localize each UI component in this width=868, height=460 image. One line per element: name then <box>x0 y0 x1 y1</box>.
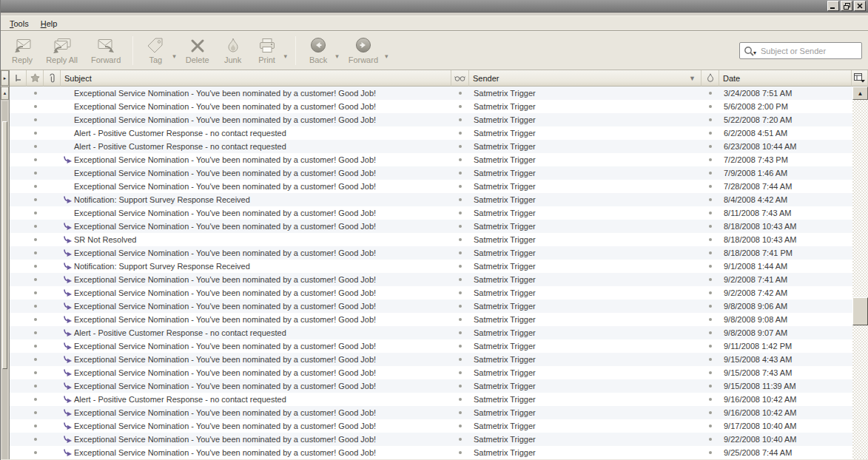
read-cell[interactable] <box>451 353 469 366</box>
sender-column-header[interactable]: Sender ▼ <box>469 70 702 87</box>
unread-cell[interactable] <box>27 379 44 393</box>
junk-cell[interactable] <box>702 166 719 180</box>
message-row[interactable]: Exceptional Service Nomination - You've … <box>10 419 852 433</box>
back-button[interactable]: Back <box>301 33 335 68</box>
unread-cell[interactable] <box>27 153 44 166</box>
subject-cell[interactable]: Exceptional Service Nomination - You've … <box>61 113 451 126</box>
message-row[interactable]: Notification: Support Survey Response Re… <box>10 193 852 206</box>
scrollbar-thumb[interactable] <box>852 297 868 325</box>
subject-cell[interactable]: Exceptional Service Nomination - You've … <box>61 366 451 379</box>
junk-cell[interactable] <box>702 180 719 193</box>
subject-cell[interactable]: Exceptional Service Nomination - You've … <box>61 246 451 260</box>
unread-cell[interactable] <box>27 433 44 446</box>
subject-cell[interactable]: Exceptional Service Nomination - You've … <box>61 286 451 300</box>
read-cell[interactable] <box>451 100 469 113</box>
attachment-column-header[interactable] <box>44 70 61 87</box>
unread-cell[interactable] <box>27 286 44 300</box>
message-row[interactable]: Exceptional Service Nomination - You've … <box>10 446 852 459</box>
unread-cell[interactable] <box>27 406 44 419</box>
message-row[interactable]: Alert - Positive Customer Response - no … <box>10 326 852 339</box>
junk-cell[interactable] <box>702 126 719 140</box>
read-cell[interactable] <box>451 260 469 273</box>
unread-cell[interactable] <box>27 87 44 100</box>
pane-expand-button[interactable]: ▸ <box>1 70 9 86</box>
read-column-header[interactable] <box>451 70 469 87</box>
search-input[interactable]: ▾ Subject or Sender <box>739 42 862 59</box>
read-cell[interactable] <box>451 140 469 153</box>
read-cell[interactable] <box>451 233 469 246</box>
tag-button[interactable]: Tag <box>138 33 172 68</box>
read-cell[interactable] <box>451 180 469 193</box>
minimize-button[interactable] <box>827 1 839 11</box>
message-row[interactable]: Exceptional Service Nomination - You've … <box>10 273 852 286</box>
subject-cell[interactable]: Alert - Positive Customer Response - no … <box>61 140 451 153</box>
message-row[interactable]: Exceptional Service Nomination - You've … <box>10 366 852 379</box>
pane-scrollbar-track[interactable] <box>2 101 7 459</box>
subject-cell[interactable]: Exceptional Service Nomination - You've … <box>61 379 451 393</box>
unread-cell[interactable] <box>27 246 44 260</box>
unread-cell[interactable] <box>27 393 44 406</box>
junk-cell[interactable] <box>702 393 719 406</box>
read-cell[interactable] <box>451 87 469 100</box>
junk-cell[interactable] <box>702 100 719 113</box>
read-cell[interactable] <box>451 406 469 419</box>
unread-cell[interactable] <box>27 273 44 286</box>
subject-cell[interactable]: Exceptional Service Nomination - You've … <box>61 353 451 366</box>
read-cell[interactable] <box>451 220 469 233</box>
message-row[interactable]: Notification: Support Survey Response Re… <box>10 260 852 273</box>
message-row[interactable]: Exceptional Service Nomination - You've … <box>10 153 852 166</box>
message-row[interactable]: Alert - Positive Customer Response - no … <box>10 140 852 153</box>
pane-scrollbar-thumb[interactable] <box>2 121 7 369</box>
read-cell[interactable] <box>451 446 469 459</box>
unread-cell[interactable] <box>27 140 44 153</box>
message-row[interactable]: Exceptional Service Nomination - You've … <box>10 220 852 233</box>
unread-cell[interactable] <box>27 180 44 193</box>
unread-cell[interactable] <box>27 366 44 379</box>
read-cell[interactable] <box>451 246 469 260</box>
unread-cell[interactable] <box>27 300 44 313</box>
close-button[interactable] <box>854 1 866 11</box>
read-cell[interactable] <box>451 313 469 326</box>
subject-cell[interactable]: Exceptional Service Nomination - You've … <box>61 313 451 326</box>
junk-cell[interactable] <box>702 339 719 353</box>
subject-cell[interactable]: Notification: Support Survey Response Re… <box>61 260 451 273</box>
forward-nav-button[interactable]: Forward <box>342 33 385 68</box>
subject-cell[interactable]: Exceptional Service Nomination - You've … <box>61 339 451 353</box>
junk-cell[interactable] <box>702 353 719 366</box>
subject-cell[interactable]: Exceptional Service Nomination - You've … <box>61 153 451 166</box>
message-row[interactable]: Exceptional Service Nomination - You've … <box>10 180 852 193</box>
read-cell[interactable] <box>451 206 469 220</box>
subject-cell[interactable]: Alert - Positive Customer Response - no … <box>61 393 451 406</box>
message-row[interactable]: Exceptional Service Nomination - You've … <box>10 113 852 126</box>
unread-cell[interactable] <box>27 313 44 326</box>
message-row[interactable]: Exceptional Service Nomination - You've … <box>10 206 852 220</box>
junk-cell[interactable] <box>702 113 719 126</box>
read-cell[interactable] <box>451 166 469 180</box>
junk-cell[interactable] <box>702 140 719 153</box>
subject-cell[interactable]: Alert - Positive Customer Response - no … <box>61 126 451 140</box>
unread-cell[interactable] <box>27 193 44 206</box>
read-cell[interactable] <box>451 326 469 339</box>
unread-cell[interactable] <box>27 446 44 459</box>
junk-cell[interactable] <box>702 406 719 419</box>
unread-cell[interactable] <box>27 100 44 113</box>
message-row[interactable]: Exceptional Service Nomination - You've … <box>10 339 852 353</box>
menu-help[interactable]: Help <box>35 17 64 30</box>
subject-cell[interactable]: Exceptional Service Nomination - You've … <box>61 220 451 233</box>
message-row[interactable]: Exceptional Service Nomination - You've … <box>10 246 852 260</box>
read-cell[interactable] <box>451 379 469 393</box>
subject-cell[interactable]: Exceptional Service Nomination - You've … <box>61 419 451 433</box>
star-column-header[interactable] <box>27 70 44 87</box>
message-row[interactable]: Exceptional Service Nomination - You've … <box>10 313 852 326</box>
read-cell[interactable] <box>451 419 469 433</box>
message-row[interactable]: Exceptional Service Nomination - You've … <box>10 286 852 300</box>
read-cell[interactable] <box>451 193 469 206</box>
forward-nav-dropdown-arrow[interactable]: ▾ <box>385 42 391 60</box>
message-row[interactable]: Exceptional Service Nomination - You've … <box>10 379 852 393</box>
subject-cell[interactable]: Exceptional Service Nomination - You've … <box>61 446 451 459</box>
unread-cell[interactable] <box>27 353 44 366</box>
unread-cell[interactable] <box>27 233 44 246</box>
subject-cell[interactable]: Exceptional Service Nomination - You've … <box>61 273 451 286</box>
thread-column-header[interactable] <box>10 70 27 87</box>
reply-all-button[interactable]: Reply All <box>39 33 84 68</box>
